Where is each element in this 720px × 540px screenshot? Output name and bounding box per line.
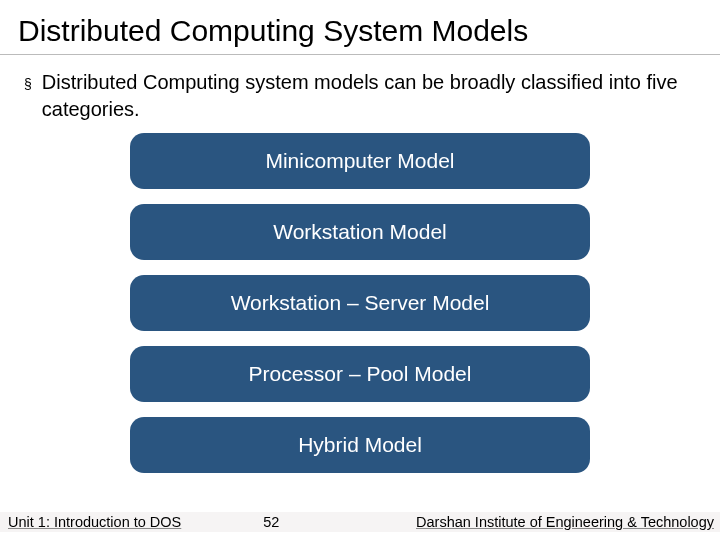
model-workstation: Workstation Model — [130, 204, 590, 260]
footer-unit: Unit 1: Introduction to DOS — [8, 514, 181, 530]
model-minicomputer: Minicomputer Model — [130, 133, 590, 189]
footer-organization: Darshan Institute of Engineering & Techn… — [416, 514, 714, 530]
model-hybrid: Hybrid Model — [130, 417, 590, 473]
slide-title: Distributed Computing System Models — [0, 0, 720, 55]
model-processor-pool: Processor – Pool Model — [130, 346, 590, 402]
bullet-item: § Distributed Computing system models ca… — [24, 69, 696, 123]
slide-body: § Distributed Computing system models ca… — [0, 55, 720, 473]
bullet-mark: § — [24, 75, 32, 94]
model-workstation-server: Workstation – Server Model — [130, 275, 590, 331]
slide-footer: Unit 1: Introduction to DOS 52 Darshan I… — [0, 512, 720, 532]
footer-page-number: 52 — [263, 514, 279, 530]
models-list: Minicomputer Model Workstation Model Wor… — [24, 133, 696, 473]
bullet-text: Distributed Computing system models can … — [42, 69, 696, 123]
